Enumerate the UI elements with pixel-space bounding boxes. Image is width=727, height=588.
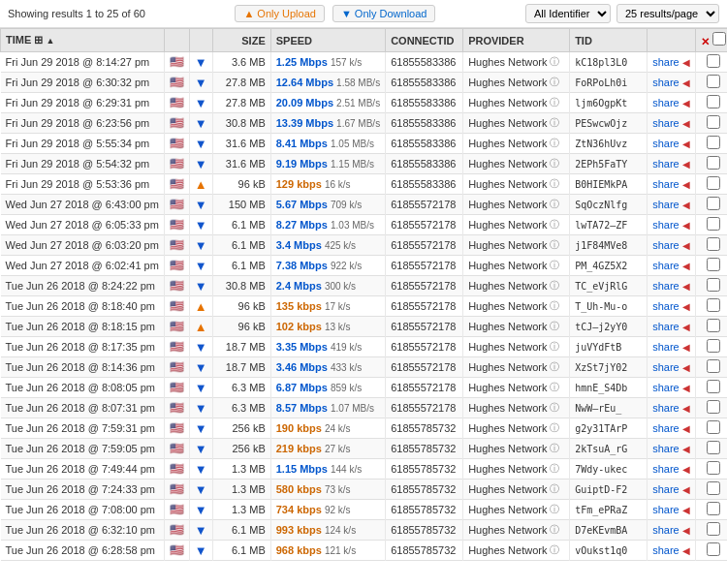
share-icon[interactable]: ◀	[682, 525, 690, 536]
share-link[interactable]: share	[652, 361, 680, 373]
provider-info-icon[interactable]: ⓘ	[550, 381, 559, 394]
share-link[interactable]: share	[652, 56, 680, 68]
share-link[interactable]: share	[652, 463, 680, 475]
share-icon[interactable]: ◀	[682, 159, 690, 170]
share-icon[interactable]: ◀	[682, 423, 690, 434]
provider-info-icon[interactable]: ⓘ	[550, 76, 559, 89]
share-icon[interactable]: ◀	[682, 444, 690, 454]
provider-info-icon[interactable]: ⓘ	[550, 482, 559, 496]
share-icon[interactable]: ◀	[682, 301, 690, 312]
provider-info-icon[interactable]: ⓘ	[550, 442, 559, 455]
provider-info-icon[interactable]: ⓘ	[550, 401, 559, 415]
share-icon[interactable]: ◀	[682, 281, 690, 292]
provider-info-icon[interactable]: ⓘ	[550, 279, 559, 293]
select-all-checkbox[interactable]	[712, 32, 726, 46]
cell-checkbox[interactable]	[695, 113, 727, 134]
share-link[interactable]: share	[652, 402, 680, 414]
share-icon[interactable]: ◀	[682, 98, 690, 108]
row-checkbox[interactable]	[705, 339, 722, 353]
provider-info-icon[interactable]: ⓘ	[550, 543, 559, 557]
share-link[interactable]: share	[652, 117, 680, 129]
row-checkbox[interactable]	[705, 420, 722, 434]
share-link[interactable]: share	[652, 138, 680, 149]
share-link[interactable]: share	[652, 280, 680, 292]
row-checkbox[interactable]	[705, 380, 722, 393]
provider-info-icon[interactable]: ⓘ	[550, 157, 559, 170]
cell-checkbox[interactable]	[695, 378, 727, 398]
share-link[interactable]: share	[652, 260, 680, 271]
col-header-checkbox[interactable]: ✕	[695, 29, 727, 52]
provider-info-icon[interactable]: ⓘ	[550, 177, 559, 191]
cell-checkbox[interactable]	[695, 52, 727, 73]
row-checkbox[interactable]	[705, 217, 722, 231]
row-checkbox[interactable]	[705, 481, 722, 495]
cell-checkbox[interactable]	[695, 195, 727, 215]
row-checkbox[interactable]	[705, 197, 722, 210]
col-header-connected[interactable]: CONNECTID	[386, 29, 463, 52]
cell-checkbox[interactable]	[695, 296, 727, 317]
share-link[interactable]: share	[652, 219, 680, 231]
row-checkbox[interactable]	[705, 441, 722, 454]
share-link[interactable]: share	[652, 524, 680, 536]
share-link[interactable]: share	[652, 483, 680, 495]
col-header-provider[interactable]: PROVIDER	[463, 29, 570, 52]
provider-info-icon[interactable]: ⓘ	[550, 360, 559, 374]
row-checkbox[interactable]	[705, 359, 722, 373]
provider-info-icon[interactable]: ⓘ	[550, 259, 559, 272]
cell-checkbox[interactable]	[695, 256, 727, 276]
row-checkbox[interactable]	[705, 95, 722, 108]
share-link[interactable]: share	[652, 504, 680, 515]
share-link[interactable]: share	[652, 544, 680, 556]
row-checkbox[interactable]	[705, 542, 722, 556]
filter-download-button[interactable]: ▼ Only Download	[332, 5, 436, 22]
share-icon[interactable]: ◀	[682, 505, 690, 515]
per-page-select[interactable]: 25 results/page	[616, 4, 719, 23]
row-checkbox[interactable]	[705, 176, 722, 190]
row-checkbox[interactable]	[705, 115, 722, 129]
share-link[interactable]: share	[652, 158, 680, 170]
provider-info-icon[interactable]: ⓘ	[550, 320, 559, 333]
cell-checkbox[interactable]	[695, 357, 727, 378]
cell-checkbox[interactable]	[695, 134, 727, 154]
provider-info-icon[interactable]: ⓘ	[550, 340, 559, 354]
cell-checkbox[interactable]	[695, 73, 727, 93]
cell-checkbox[interactable]	[695, 418, 727, 439]
share-icon[interactable]: ◀	[682, 342, 690, 353]
clear-all-icon[interactable]: ✕	[701, 36, 710, 47]
identifier-select[interactable]: All Identifier	[525, 4, 611, 23]
share-link[interactable]: share	[652, 341, 680, 353]
row-checkbox[interactable]	[705, 298, 722, 312]
row-checkbox[interactable]	[705, 319, 722, 332]
provider-info-icon[interactable]: ⓘ	[550, 299, 559, 313]
filter-upload-button[interactable]: ▲ Only Upload	[235, 5, 324, 22]
share-icon[interactable]: ◀	[682, 240, 690, 251]
share-icon[interactable]: ◀	[682, 383, 690, 393]
provider-info-icon[interactable]: ⓘ	[550, 218, 559, 232]
cell-checkbox[interactable]	[695, 174, 727, 195]
share-icon[interactable]: ◀	[682, 200, 690, 210]
row-checkbox[interactable]	[705, 522, 722, 536]
share-icon[interactable]: ◀	[682, 362, 690, 373]
provider-info-icon[interactable]: ⓘ	[550, 198, 559, 211]
share-link[interactable]: share	[652, 178, 680, 190]
share-icon[interactable]: ◀	[682, 403, 690, 414]
share-icon[interactable]: ◀	[682, 139, 690, 149]
cell-checkbox[interactable]	[695, 480, 727, 500]
share-link[interactable]: share	[652, 382, 680, 393]
col-header-size[interactable]: SIZE	[212, 29, 270, 52]
row-checkbox[interactable]	[705, 156, 722, 170]
cell-checkbox[interactable]	[695, 439, 727, 459]
cell-checkbox[interactable]	[695, 398, 727, 418]
row-checkbox[interactable]	[705, 54, 722, 68]
share-icon[interactable]: ◀	[682, 464, 690, 475]
share-icon[interactable]: ◀	[682, 77, 690, 88]
row-checkbox[interactable]	[705, 75, 722, 88]
cell-checkbox[interactable]	[695, 337, 727, 357]
cell-checkbox[interactable]	[695, 541, 727, 561]
col-header-tid[interactable]: TID	[570, 29, 648, 52]
row-checkbox[interactable]	[705, 278, 722, 292]
cell-checkbox[interactable]	[695, 317, 727, 337]
provider-info-icon[interactable]: ⓘ	[550, 523, 559, 537]
cell-checkbox[interactable]	[695, 154, 727, 174]
share-icon[interactable]: ◀	[682, 545, 690, 556]
